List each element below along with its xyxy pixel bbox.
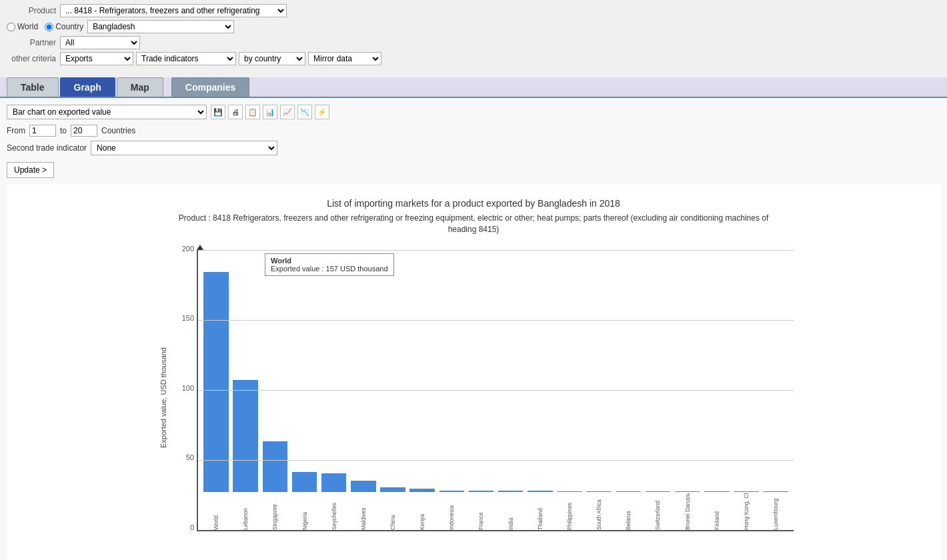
second-trade-label: Second trade indicator bbox=[7, 143, 87, 153]
print-icon-btn[interactable]: 🖨 bbox=[228, 105, 243, 119]
bar[interactable] bbox=[233, 380, 258, 492]
bar[interactable] bbox=[321, 473, 347, 491]
chart-subtitle: Product : 8418 Refrigerators, freezers a… bbox=[173, 213, 774, 235]
country-select[interactable]: Bangladesh bbox=[87, 20, 234, 33]
bar[interactable] bbox=[498, 491, 524, 491]
chart-bar-icon-btn[interactable]: 📊 bbox=[263, 105, 277, 119]
grid-line-50 bbox=[198, 460, 794, 461]
world-radio-label[interactable]: World bbox=[7, 22, 38, 31]
other-criteria-label: other criteria bbox=[7, 54, 60, 63]
country-radio[interactable] bbox=[45, 23, 53, 31]
bar-label: Brunei Darussalam bbox=[684, 493, 691, 530]
to-input[interactable] bbox=[71, 125, 97, 137]
exports-select[interactable]: Exports bbox=[60, 52, 133, 65]
bar[interactable] bbox=[439, 491, 465, 492]
top-bar: Product ... 8418 - Refrigerators, freeze… bbox=[0, 0, 947, 72]
bar-label: Lebanon bbox=[242, 493, 249, 530]
bar[interactable] bbox=[646, 491, 671, 492]
y-tick-0: 0 bbox=[190, 523, 194, 531]
tab-bar: Table Graph Map Companies bbox=[0, 77, 947, 98]
country-radio-text: Country bbox=[55, 22, 83, 31]
world-radio[interactable] bbox=[7, 23, 15, 31]
bar[interactable] bbox=[409, 489, 435, 491]
bar[interactable] bbox=[557, 491, 582, 492]
countries-label: Countries bbox=[101, 126, 135, 135]
range-row: From to Countries bbox=[7, 125, 940, 137]
bar-label: France bbox=[478, 493, 484, 530]
bar-label: Switzerland bbox=[654, 493, 661, 530]
y-tick-50: 50 bbox=[186, 453, 194, 461]
bar-label: South Africa bbox=[596, 493, 602, 530]
bar-label: Philippines bbox=[566, 493, 573, 530]
chart-title: List of importing markets for a product … bbox=[327, 198, 620, 209]
bar-label: India bbox=[508, 493, 514, 530]
mirror-data-select[interactable]: Mirror data bbox=[308, 52, 381, 65]
export-icon-btn[interactable]: 📋 bbox=[245, 105, 260, 119]
tab-table[interactable]: Table bbox=[7, 77, 59, 97]
main-content: Bar chart on exported value 💾 🖨 📋 📊 📈 📉 … bbox=[0, 98, 947, 560]
plot-area-outer: WorldLebanonSingaporeNigeriaSeychellesMa… bbox=[197, 245, 794, 551]
tab-companies[interactable]: Companies bbox=[171, 77, 249, 97]
bar-label: Finland bbox=[714, 493, 720, 530]
bar-label: Seychelles bbox=[331, 493, 337, 530]
second-indicator-row: Second trade indicator None bbox=[7, 141, 940, 155]
chart-3d-icon-btn[interactable]: 📉 bbox=[297, 105, 312, 119]
from-label: From bbox=[7, 126, 25, 135]
world-label: World bbox=[17, 22, 38, 31]
criteria-row: other criteria Exports Trade indicators … bbox=[7, 52, 940, 65]
world-country-radio-group: World Country bbox=[7, 22, 83, 31]
bar-label: Maldives bbox=[360, 493, 367, 530]
plot-area: WorldLebanonSingaporeNigeriaSeychellesMa… bbox=[197, 250, 794, 531]
chart-type-select[interactable]: Bar chart on exported value bbox=[7, 105, 207, 119]
bar[interactable] bbox=[469, 491, 494, 492]
trade-indicators-select[interactable]: Trade indicators bbox=[136, 52, 236, 65]
second-indicator-select[interactable]: None bbox=[91, 141, 277, 155]
bar[interactable] bbox=[616, 491, 642, 492]
y-tick-200: 200 bbox=[182, 245, 194, 253]
icon-toolbar: 💾 🖨 📋 📊 📈 📉 ⚡ bbox=[211, 105, 329, 119]
bar[interactable] bbox=[528, 491, 553, 491]
bar-label: Belarus bbox=[625, 493, 632, 530]
bar[interactable] bbox=[380, 487, 405, 491]
from-input[interactable] bbox=[29, 125, 56, 137]
to-label: to bbox=[60, 126, 67, 135]
y-axis-label: Exported value, USD thousand bbox=[159, 347, 167, 448]
country-radio-label[interactable]: Country bbox=[45, 22, 83, 31]
bar-label: Nigeria bbox=[301, 493, 308, 530]
y-axis-label-container: Exported value, USD thousand bbox=[153, 245, 173, 551]
bar[interactable] bbox=[586, 491, 612, 492]
partner-select[interactable]: All bbox=[60, 36, 140, 49]
bar-label: Luxembourg bbox=[772, 493, 779, 530]
y-ticks-container: 200 150 100 50 0 bbox=[173, 245, 197, 551]
partner-row: Partner All bbox=[7, 36, 940, 49]
chart-area: List of importing markets for a product … bbox=[7, 185, 940, 560]
grid-line-100 bbox=[198, 390, 794, 391]
grid-line-200 bbox=[198, 250, 794, 251]
bar-label: Singapore bbox=[271, 493, 278, 530]
product-row: Product ... 8418 - Refrigerators, freeze… bbox=[7, 4, 940, 17]
chart-line-icon-btn[interactable]: 📈 bbox=[280, 105, 295, 119]
chart-wrapper: Exported value, USD thousand 200 150 100… bbox=[153, 245, 794, 551]
bar-label: Kenya bbox=[419, 493, 425, 530]
partner-label: Partner bbox=[7, 38, 60, 47]
bar-label: Indonesia bbox=[448, 493, 455, 530]
bar[interactable] bbox=[203, 272, 229, 492]
bar[interactable] bbox=[351, 481, 376, 492]
bar-label: China bbox=[389, 493, 396, 530]
save-icon-btn[interactable]: 💾 bbox=[211, 105, 225, 119]
bar[interactable] bbox=[263, 441, 288, 492]
bar-label: Thailand bbox=[537, 493, 544, 530]
chart-type-row: Bar chart on exported value 💾 🖨 📋 📊 📈 📉 … bbox=[7, 105, 940, 119]
tab-map[interactable]: Map bbox=[117, 77, 163, 97]
world-country-row: World Country Bangladesh bbox=[7, 20, 940, 33]
tab-graph[interactable]: Graph bbox=[60, 77, 115, 97]
lightning-icon-btn[interactable]: ⚡ bbox=[315, 105, 329, 119]
by-country-select[interactable]: by country bbox=[239, 52, 305, 65]
y-tick-150: 150 bbox=[182, 314, 194, 322]
bar-label: Hong Kong, China bbox=[743, 493, 750, 530]
update-button[interactable]: Update > bbox=[7, 162, 54, 178]
product-label: Product bbox=[7, 6, 60, 15]
bar[interactable] bbox=[292, 472, 317, 491]
grid-line-150 bbox=[198, 320, 794, 321]
product-select[interactable]: ... 8418 - Refrigerators, freezers and o… bbox=[60, 4, 287, 17]
